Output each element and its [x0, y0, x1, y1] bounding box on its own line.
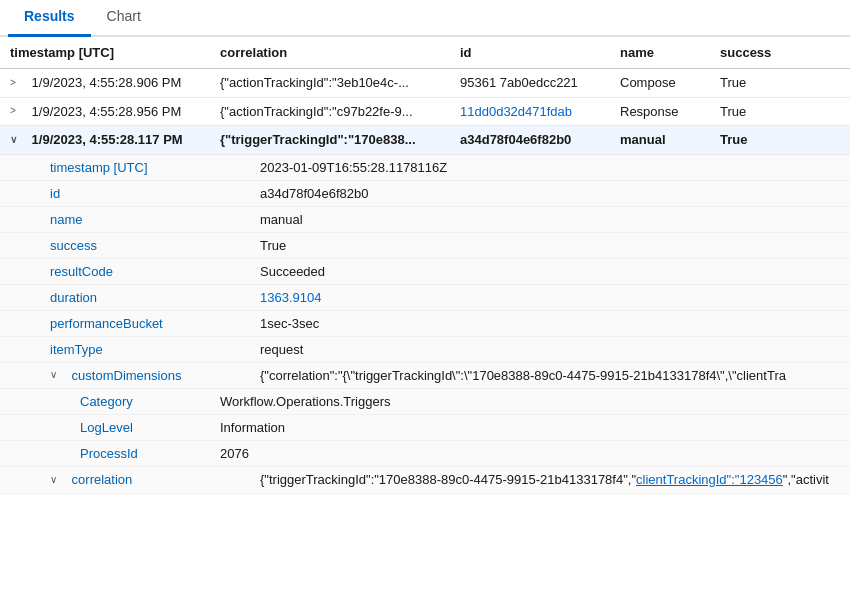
cell-id: 11dd0d32d471fdab	[450, 97, 610, 126]
custom-dimensions-label: ∨ customDimensions	[0, 362, 210, 389]
sub-detail-value: Workflow.Operations.Triggers	[210, 389, 850, 415]
table-row[interactable]: > 1/9/2023, 4:55:28.906 PM {"actionTrack…	[0, 69, 850, 98]
detail-row: timestamp [UTC] 2023-01-09T16:55:28.1178…	[0, 154, 850, 180]
custom-dimensions-item: ProcessId 2076	[0, 441, 850, 467]
detail-row: performanceBucket 1sec-3sec	[0, 310, 850, 336]
sub-detail-value: 2076	[210, 441, 850, 467]
detail-value: a34d78f04e6f82b0	[210, 180, 850, 206]
detail-value: request	[210, 336, 850, 362]
col-header-name[interactable]: name	[610, 37, 710, 69]
correlation-row: ∨ correlation {"triggerTrackingId":"170e…	[0, 467, 850, 494]
custom-dimensions-item: LogLevel Information	[0, 415, 850, 441]
sub-detail-label: Category	[0, 389, 210, 415]
cell-timestamp: > 1/9/2023, 4:55:28.956 PM	[0, 97, 210, 126]
cell-correlation: {"actionTrackingId":"3eb10e4c-...	[210, 69, 450, 98]
table-header-row: timestamp [UTC] correlation id name succ…	[0, 37, 850, 69]
cell-success: True	[710, 69, 850, 98]
expand-icon[interactable]: >	[10, 105, 24, 119]
cell-name: manual	[610, 126, 710, 155]
detail-label: id	[0, 180, 210, 206]
detail-row: resultCode Succeeded	[0, 258, 850, 284]
cell-success: True	[710, 97, 850, 126]
table-row[interactable]: > 1/9/2023, 4:55:28.956 PM {"actionTrack…	[0, 97, 850, 126]
col-header-success[interactable]: success	[710, 37, 850, 69]
col-header-correlation[interactable]: correlation	[210, 37, 450, 69]
detail-label: success	[0, 232, 210, 258]
detail-row: duration 1363.9104	[0, 284, 850, 310]
correlation-expand-icon[interactable]: ∨	[50, 474, 64, 488]
detail-value: manual	[210, 206, 850, 232]
custom-dimensions-item: Category Workflow.Operations.Triggers	[0, 389, 850, 415]
detail-row: name manual	[0, 206, 850, 232]
table-row[interactable]: ∨ 1/9/2023, 4:55:28.117 PM {"triggerTrac…	[0, 126, 850, 155]
detail-label: performanceBucket	[0, 310, 210, 336]
detail-value: 1sec-3sec	[210, 310, 850, 336]
tab-bar: Results Chart	[0, 0, 850, 37]
detail-label: duration	[0, 284, 210, 310]
tab-chart[interactable]: Chart	[91, 0, 157, 37]
detail-label: resultCode	[0, 258, 210, 284]
expand-icon[interactable]: >	[10, 77, 24, 91]
cell-timestamp: > 1/9/2023, 4:55:28.906 PM	[0, 69, 210, 98]
detail-label: itemType	[0, 336, 210, 362]
sub-detail-label: LogLevel	[0, 415, 210, 441]
cell-id: a34d78f04e6f82b0	[450, 126, 610, 155]
cell-correlation: {"actionTrackingId":"c97b22fe-9...	[210, 97, 450, 126]
detail-row: success True	[0, 232, 850, 258]
cell-success: True	[710, 126, 850, 155]
results-table: timestamp [UTC] correlation id name succ…	[0, 37, 850, 494]
correlation-label: ∨ correlation	[0, 467, 210, 494]
correlation-value: {"triggerTrackingId":"170e8388-89c0-4475…	[210, 467, 850, 494]
expand-icon[interactable]: ∨	[10, 134, 24, 148]
detail-label: name	[0, 206, 210, 232]
detail-value: 2023-01-09T16:55:28.1178116Z	[210, 154, 850, 180]
cell-name: Compose	[610, 69, 710, 98]
detail-row: itemType request	[0, 336, 850, 362]
tab-results[interactable]: Results	[8, 0, 91, 37]
cell-timestamp: ∨ 1/9/2023, 4:55:28.117 PM	[0, 126, 210, 155]
sub-detail-label: ProcessId	[0, 441, 210, 467]
detail-value: True	[210, 232, 850, 258]
custom-dimensions-header[interactable]: ∨ customDimensions {"correlation":"{\"tr…	[0, 362, 850, 389]
sub-detail-value: Information	[210, 415, 850, 441]
cell-name: Response	[610, 97, 710, 126]
col-header-id[interactable]: id	[450, 37, 610, 69]
custom-dimensions-summary: {"correlation":"{\"triggerTrackingId\":\…	[210, 362, 850, 389]
custom-dimensions-expand-icon[interactable]: ∨	[50, 369, 64, 383]
detail-label: timestamp [UTC]	[0, 154, 210, 180]
cell-correlation: {"triggerTrackingId":"170e838...	[210, 126, 450, 155]
cell-id: 95361 7ab0edcc221	[450, 69, 610, 98]
detail-value: 1363.9104	[210, 284, 850, 310]
detail-row: id a34d78f04e6f82b0	[0, 180, 850, 206]
col-header-timestamp[interactable]: timestamp [UTC]	[0, 37, 210, 69]
detail-value: Succeeded	[210, 258, 850, 284]
